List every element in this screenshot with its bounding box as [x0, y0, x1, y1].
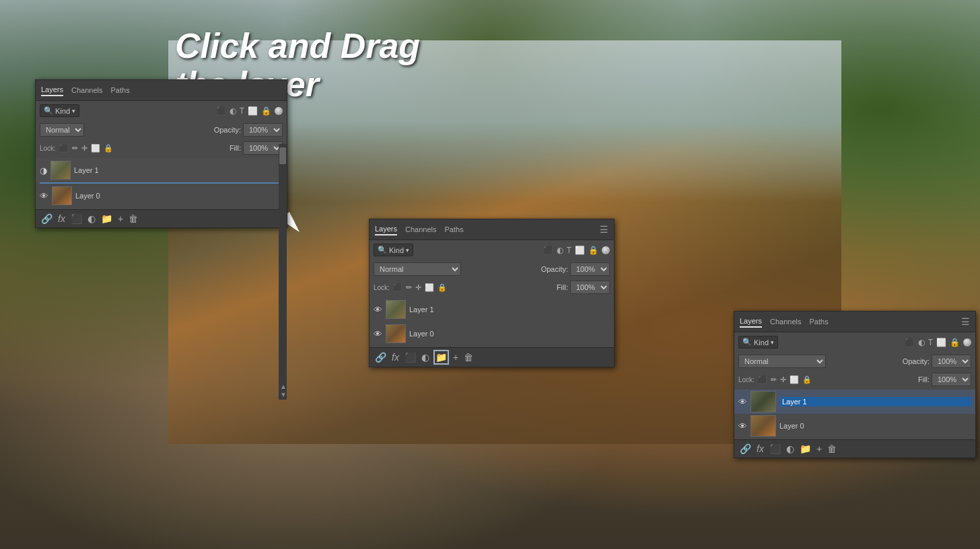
image-filter-icon[interactable]: ⬛: [216, 106, 226, 116]
panel3-layer-0[interactable]: 👁 Layer 0: [734, 414, 975, 438]
new-layer-icon-2[interactable]: +: [453, 352, 458, 363]
layer1-name-3[interactable]: Layer 1: [779, 397, 971, 406]
new-fill-icon-2[interactable]: ⬛: [405, 352, 416, 363]
lock-position-icon-1[interactable]: ✏: [72, 144, 78, 153]
mask-icon-1[interactable]: ◐: [88, 213, 96, 224]
lock-pixels-icon-3[interactable]: ⬛: [758, 375, 767, 384]
filter-toggle-3[interactable]: [963, 338, 971, 346]
tab-paths-2[interactable]: Paths: [445, 224, 464, 235]
mask-icon-3[interactable]: ◐: [786, 443, 794, 454]
mask-icon-2[interactable]: ◐: [421, 352, 429, 363]
fx-icon-3[interactable]: fx: [757, 443, 764, 454]
panel1-layer-1[interactable]: ◑ Layer 1: [36, 158, 287, 182]
panel1-filter-row: 🔍 Kind ▾ ⬛ ◐ T ⬜ 🔒: [36, 101, 287, 120]
lock-position-icon-3[interactable]: ✏: [771, 375, 777, 384]
new-fill-icon-3[interactable]: ⬛: [769, 443, 781, 454]
panel3-menu-icon[interactable]: ☰: [961, 316, 970, 327]
lock-move-icon-2[interactable]: ✛: [415, 283, 421, 292]
tab-channels-1[interactable]: Channels: [71, 85, 102, 96]
lock-pixels-icon-2[interactable]: ⬛: [393, 283, 403, 292]
smart-filter-icon-3[interactable]: 🔒: [950, 338, 960, 347]
link-icon-1[interactable]: 🔗: [41, 213, 53, 224]
tab-channels-2[interactable]: Channels: [405, 224, 436, 235]
type-filter-icon-2[interactable]: T: [567, 246, 571, 255]
panel3-bottom-toolbar: 🔗 fx ⬛ ◐ 📁 + 🗑: [734, 439, 975, 458]
image-filter-icon-3[interactable]: ⬛: [905, 338, 915, 347]
panel2-menu-icon[interactable]: ☰: [600, 224, 608, 235]
blend-mode-select-3[interactable]: Normal: [738, 355, 826, 368]
layer1-visibility-half[interactable]: ◑: [40, 166, 47, 176]
layer0-eye-icon-3[interactable]: 👁: [738, 421, 747, 431]
filter-toggle[interactable]: [275, 107, 283, 115]
group-icon-2[interactable]: 📁: [435, 351, 448, 363]
panel3-filter-row: 🔍 Kind ▾ ⬛ ◐ T ⬜ 🔒: [734, 332, 975, 352]
lock-all-icon-1[interactable]: 🔒: [104, 144, 113, 153]
new-layer-icon-1[interactable]: +: [118, 213, 123, 224]
filter-toggle-2[interactable]: [602, 246, 610, 254]
panel2-lock-row: Lock: ⬛ ✏ ✛ ⬜ 🔒 Fill: 100%: [370, 279, 614, 296]
shape-filter-icon-3[interactable]: ⬜: [936, 338, 946, 347]
layer0-eye-icon-2[interactable]: 👁: [374, 329, 382, 339]
shape-filter-icon[interactable]: ⬜: [248, 106, 258, 116]
tab-paths-3[interactable]: Paths: [810, 316, 829, 327]
layer0-eye-icon-1[interactable]: 👁: [40, 191, 48, 201]
lock-artboard-icon-3[interactable]: ⬜: [790, 375, 799, 384]
lock-move-icon-3[interactable]: ✛: [780, 375, 786, 384]
lock-move-icon-1[interactable]: ✛: [81, 144, 88, 153]
smart-filter-icon-2[interactable]: 🔒: [588, 246, 598, 255]
fill-select-2[interactable]: 100%: [570, 281, 610, 294]
opacity-select-2[interactable]: 100%: [570, 262, 610, 276]
new-layer-icon-3[interactable]: +: [816, 443, 822, 454]
delete-icon-1[interactable]: 🗑: [129, 213, 138, 224]
tab-paths-1[interactable]: Paths: [111, 85, 130, 96]
scroll-down-1[interactable]: ▼: [280, 391, 287, 398]
delete-icon-2[interactable]: 🗑: [464, 352, 473, 363]
type-filter-icon-3[interactable]: T: [928, 338, 933, 347]
new-fill-icon-1[interactable]: ⬛: [71, 213, 82, 224]
panel1-layer-0[interactable]: 👁 Layer 0: [36, 184, 287, 208]
panel1-scrollbar[interactable]: ▲ ▼: [279, 144, 287, 400]
panel1-search[interactable]: 🔍 Kind ▾: [40, 104, 79, 117]
panel2-search[interactable]: 🔍 Kind ▾: [374, 244, 413, 256]
fx-icon-1[interactable]: fx: [58, 213, 65, 224]
panel3-layer-1[interactable]: 👁 Layer 1: [734, 390, 975, 414]
fill-select-1[interactable]: 100%: [243, 141, 283, 155]
smart-filter-icon[interactable]: 🔒: [261, 106, 271, 116]
lock-position-icon-2[interactable]: ✏: [406, 283, 412, 292]
lock-pixels-icon-1[interactable]: ⬛: [59, 144, 69, 153]
shape-filter-icon-2[interactable]: ⬜: [575, 246, 585, 255]
delete-icon-3[interactable]: 🗑: [827, 443, 837, 454]
panel3-opacity-group: Opacity: 100%: [903, 355, 971, 368]
lock-all-icon-2[interactable]: 🔒: [438, 283, 447, 292]
panel3-search[interactable]: 🔍 Kind ▾: [738, 336, 778, 349]
tab-channels-3[interactable]: Channels: [770, 316, 801, 327]
layer1-eye-icon-3[interactable]: 👁: [738, 397, 747, 407]
blend-mode-select-1[interactable]: Normal: [40, 123, 84, 137]
type-filter-icon[interactable]: T: [240, 106, 244, 116]
tab-layers-2[interactable]: Layers: [375, 223, 397, 235]
adjustment-filter-icon-2[interactable]: ◐: [557, 246, 563, 255]
blend-mode-select-2[interactable]: Normal: [374, 262, 461, 276]
link-icon-2[interactable]: 🔗: [375, 352, 386, 363]
adjustment-filter-icon-3[interactable]: ◐: [918, 338, 925, 347]
layer1-eye-icon-2[interactable]: 👁: [374, 305, 382, 315]
fx-icon-2[interactable]: fx: [392, 352, 399, 363]
group-icon-3[interactable]: 📁: [800, 443, 811, 454]
panel2-fill-group: Fill: 100%: [557, 281, 610, 294]
opacity-select-1[interactable]: 100%: [243, 123, 283, 137]
tab-layers-3[interactable]: Layers: [740, 316, 762, 328]
opacity-select-3[interactable]: 100%: [932, 355, 971, 368]
adjustment-filter-icon[interactable]: ◐: [230, 106, 236, 116]
image-filter-icon-2[interactable]: ⬛: [543, 246, 553, 255]
panel2-filter-icons: ⬛ ◐ T ⬜ 🔒: [543, 246, 610, 255]
tab-layers-1[interactable]: Layers: [41, 84, 63, 96]
lock-all-icon-3[interactable]: 🔒: [802, 375, 812, 384]
link-icon-3[interactable]: 🔗: [740, 443, 751, 454]
panel2-layer-1[interactable]: 👁 Layer 1: [370, 297, 614, 322]
scroll-up-1[interactable]: ▲: [280, 383, 287, 390]
lock-artboard-icon-2[interactable]: ⬜: [425, 283, 434, 292]
fill-select-3[interactable]: 100%: [932, 373, 971, 386]
group-icon-1[interactable]: 📁: [101, 213, 112, 224]
panel2-layer-0[interactable]: 👁 Layer 0: [370, 322, 614, 346]
lock-artboard-icon-1[interactable]: ⬜: [91, 144, 100, 153]
